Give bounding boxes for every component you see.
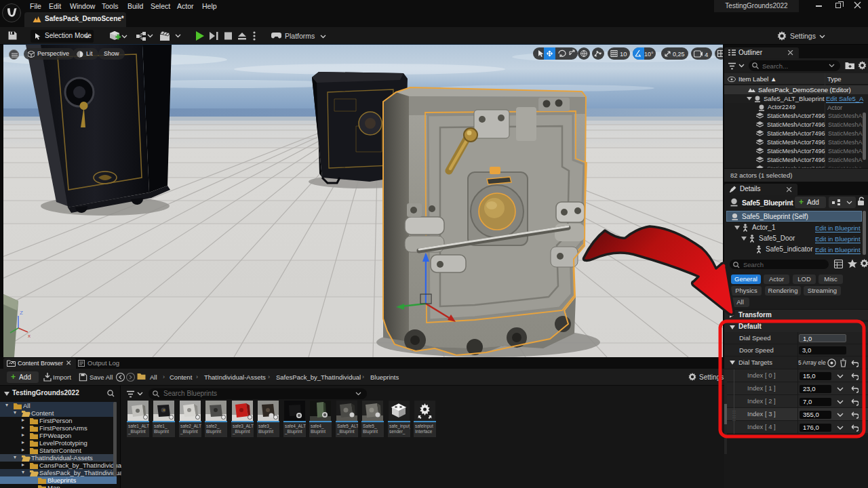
svg-text:4: 4 (705, 51, 708, 58)
svg-text:Z: Z (20, 310, 23, 316)
svg-text:10: 10 (620, 50, 627, 58)
svg-text:0,25: 0,25 (673, 51, 685, 58)
svg-text:x: x (28, 333, 31, 339)
svg-text:10°: 10° (644, 51, 654, 58)
